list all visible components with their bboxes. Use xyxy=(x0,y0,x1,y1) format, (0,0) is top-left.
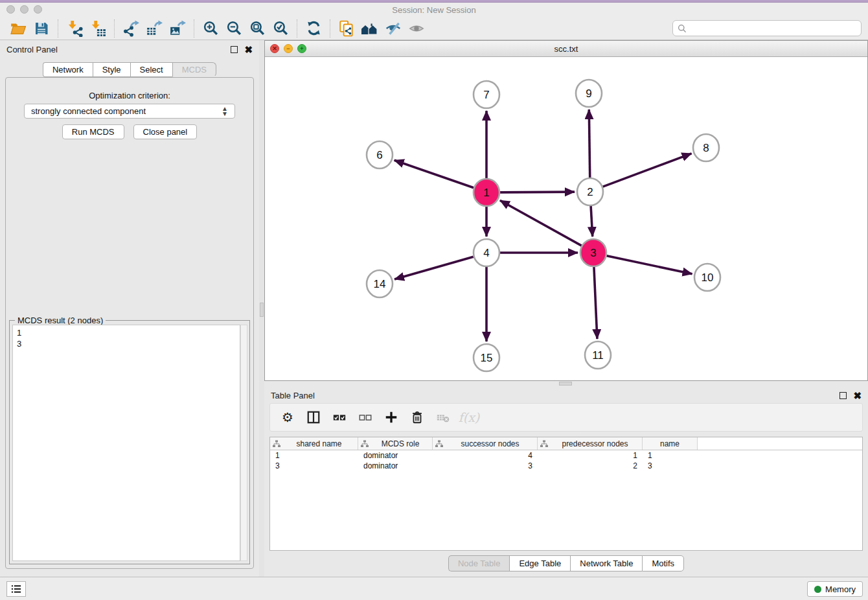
maximize-window-button[interactable] xyxy=(34,5,42,14)
task-history-button[interactable] xyxy=(6,581,26,597)
graph-node-3[interactable]: 3 xyxy=(580,239,606,266)
graph-edge-4-14[interactable] xyxy=(394,257,474,279)
network-close-icon[interactable]: ✕ xyxy=(270,44,279,53)
table-row[interactable]: 1dominator411 xyxy=(270,450,862,461)
graph-edge-1-2[interactable] xyxy=(500,192,575,192)
table-cell[interactable]: 2 xyxy=(538,461,643,470)
node-table[interactable]: shared nameMCDS rolesuccessor nodesprede… xyxy=(269,437,863,551)
network-minimize-icon[interactable]: − xyxy=(284,44,293,53)
close-panel-icon[interactable]: ✖ xyxy=(244,46,253,53)
column-visibility-icon[interactable] xyxy=(303,406,325,428)
memory-button[interactable]: Memory xyxy=(807,581,863,597)
graph-node-15[interactable]: 15 xyxy=(474,344,499,371)
splitter-grip[interactable] xyxy=(260,303,264,317)
graph-node-4[interactable]: 4 xyxy=(474,239,499,266)
table-cell[interactable]: 1 xyxy=(270,451,358,460)
graph-edge-3-10[interactable] xyxy=(607,256,692,274)
result-item[interactable]: 3 xyxy=(17,338,236,349)
table-cell[interactable]: dominator xyxy=(358,461,433,470)
graph-edge-2-9[interactable] xyxy=(589,110,589,178)
float-panel-icon[interactable] xyxy=(839,392,847,399)
horizontal-splitter[interactable] xyxy=(264,381,868,386)
mcds-result-list[interactable]: 13 xyxy=(12,325,240,561)
graph-edge-2-3[interactable] xyxy=(591,206,593,237)
zoom-out-icon[interactable] xyxy=(222,18,246,39)
tab-style[interactable]: Style xyxy=(93,62,130,77)
tab-network-table[interactable]: Network Table xyxy=(570,555,642,571)
graph-node-11[interactable]: 11 xyxy=(585,341,611,369)
export-image-icon[interactable] xyxy=(166,18,189,39)
save-session-icon[interactable] xyxy=(30,18,53,39)
column-header-successor-nodes[interactable]: successor nodes xyxy=(433,437,538,450)
graph-node-6[interactable]: 6 xyxy=(367,141,393,168)
table-cell[interactable]: 3 xyxy=(433,461,538,470)
result-scrollbar[interactable] xyxy=(240,325,247,561)
table-cell[interactable]: 3 xyxy=(270,461,358,470)
table-cell[interactable]: 1 xyxy=(643,451,698,460)
graph-edge-3-11[interactable] xyxy=(594,267,597,339)
open-session-icon[interactable] xyxy=(6,18,30,39)
graph-node-9[interactable]: 9 xyxy=(576,80,602,107)
tab-network[interactable]: Network xyxy=(43,62,93,77)
table-row[interactable]: 3dominator323 xyxy=(270,461,862,471)
tab-edge-table[interactable]: Edge Table xyxy=(509,555,570,571)
graph-node-10[interactable]: 10 xyxy=(694,264,720,291)
minimize-window-button[interactable] xyxy=(20,5,29,14)
search-input[interactable] xyxy=(672,20,862,36)
splitter-grip[interactable] xyxy=(559,382,572,386)
node-label: 6 xyxy=(376,149,382,161)
column-header-predecessor-nodes[interactable]: predecessor nodes xyxy=(538,437,643,450)
vertical-splitter[interactable] xyxy=(259,40,264,577)
zoom-fit-icon[interactable] xyxy=(246,18,269,39)
network-graph: 1234678910111415 xyxy=(265,57,867,380)
table-settings-icon[interactable]: ⚙ xyxy=(277,406,299,428)
graph-node-14[interactable]: 14 xyxy=(367,270,393,297)
column-header-name[interactable]: name xyxy=(643,437,698,450)
refresh-view-icon[interactable] xyxy=(302,18,325,39)
run-mcds-button[interactable]: Run MCDS xyxy=(62,124,124,139)
tab-node-table[interactable]: Node Table xyxy=(448,555,510,571)
delete-entry-icon[interactable] xyxy=(406,406,428,428)
tab-mcds[interactable]: MCDS xyxy=(172,62,216,77)
close-panel-button[interactable]: Close panel xyxy=(133,124,198,139)
optimization-criterion-select[interactable]: strongly connected component ▲▼ xyxy=(24,104,235,119)
import-network-icon[interactable] xyxy=(63,18,86,39)
column-header-shared-name[interactable]: shared name xyxy=(270,437,358,450)
float-panel-icon[interactable] xyxy=(231,46,238,53)
application-window: Session: New Session xyxy=(0,0,868,600)
graph-edge-1-6[interactable] xyxy=(394,160,474,187)
import-table-icon[interactable] xyxy=(86,18,109,39)
result-item[interactable]: 1 xyxy=(17,327,236,338)
network-canvas[interactable]: 1234678910111415 xyxy=(265,57,867,380)
new-network-from-selection-icon[interactable] xyxy=(335,18,358,39)
graph-edge-3-1[interactable] xyxy=(500,200,582,246)
zoom-selected-icon[interactable] xyxy=(269,18,292,39)
export-table-icon[interactable] xyxy=(143,18,166,39)
table-cell[interactable]: 4 xyxy=(433,451,538,460)
network-maximize-icon[interactable]: + xyxy=(297,44,306,53)
column-header-MCDS-role[interactable]: MCDS role xyxy=(358,437,433,450)
graph-node-7[interactable]: 7 xyxy=(474,81,499,108)
table-cell[interactable]: 3 xyxy=(643,461,698,470)
control-panel-title: Control Panel xyxy=(6,45,58,54)
show-graphics-details-icon[interactable] xyxy=(405,18,428,39)
graph-node-2[interactable]: 2 xyxy=(577,178,603,205)
close-window-button[interactable] xyxy=(6,5,15,14)
add-entry-icon[interactable] xyxy=(380,406,402,428)
close-panel-icon[interactable]: ✖ xyxy=(853,392,862,399)
select-all-icon[interactable] xyxy=(328,406,350,428)
first-neighbors-icon[interactable] xyxy=(358,18,382,39)
export-network-icon[interactable] xyxy=(119,18,143,39)
graph-node-1[interactable]: 1 xyxy=(474,179,499,206)
table-cell[interactable]: dominator xyxy=(358,451,433,460)
tab-select[interactable]: Select xyxy=(130,62,172,77)
table-panel-header: Table Panel ✖ xyxy=(264,386,868,404)
tab-motifs[interactable]: Motifs xyxy=(642,555,684,571)
network-window-titlebar[interactable]: ✕ − + scc.txt xyxy=(265,41,867,57)
zoom-in-icon[interactable] xyxy=(199,18,222,39)
table-cell[interactable]: 1 xyxy=(538,451,643,460)
unselect-all-icon[interactable] xyxy=(354,406,376,428)
graph-node-8[interactable]: 8 xyxy=(693,134,719,161)
graph-edge-2-8[interactable] xyxy=(603,154,692,187)
hide-graphics-details-icon[interactable] xyxy=(382,18,405,39)
